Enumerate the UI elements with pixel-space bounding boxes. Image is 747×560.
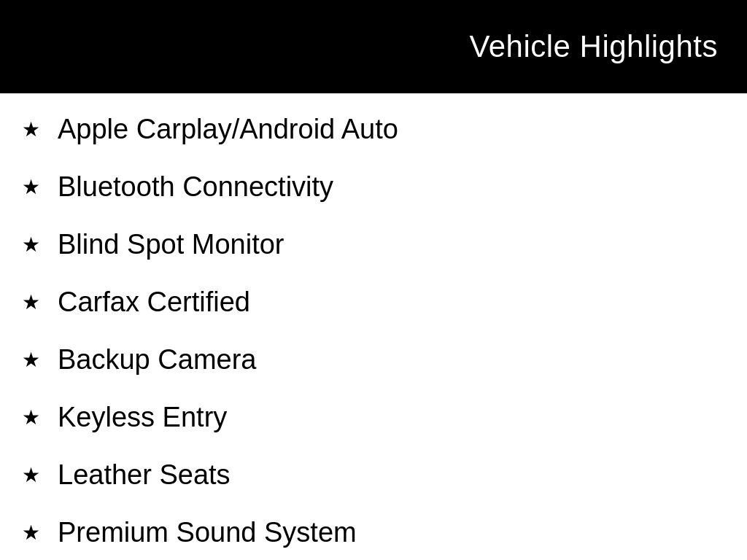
list-item: ★Blind Spot Monitor [0, 216, 747, 273]
list-item: ★Backup Camera [0, 331, 747, 389]
highlight-label: Backup Camera [58, 344, 256, 376]
header: Vehicle Highlights [0, 0, 747, 93]
star-icon: ★ [22, 117, 40, 141]
list-item: ★Bluetooth Connectivity [0, 158, 747, 216]
list-item: ★Apple Carplay/Android Auto [0, 101, 747, 158]
star-icon: ★ [22, 290, 40, 314]
star-icon: ★ [22, 348, 40, 372]
list-item: ★Leather Seats [0, 446, 747, 504]
star-icon: ★ [22, 521, 40, 545]
list-item: ★Keyless Entry [0, 389, 747, 446]
list-item: ★Premium Sound System [0, 504, 747, 560]
list-item: ★Carfax Certified [0, 273, 747, 331]
star-icon: ★ [22, 463, 40, 487]
highlight-label: Keyless Entry [58, 402, 227, 433]
highlight-label: Apple Carplay/Android Auto [58, 114, 398, 145]
star-icon: ★ [22, 175, 40, 199]
highlight-label: Premium Sound System [58, 517, 357, 548]
highlights-list: ★Apple Carplay/Android Auto★Bluetooth Co… [0, 93, 747, 560]
star-icon: ★ [22, 405, 40, 429]
highlight-label: Bluetooth Connectivity [58, 171, 333, 203]
star-icon: ★ [22, 233, 40, 257]
highlight-label: Leather Seats [58, 459, 231, 491]
highlight-label: Blind Spot Monitor [58, 229, 285, 260]
page-title: Vehicle Highlights [469, 29, 718, 64]
highlight-label: Carfax Certified [58, 287, 250, 318]
